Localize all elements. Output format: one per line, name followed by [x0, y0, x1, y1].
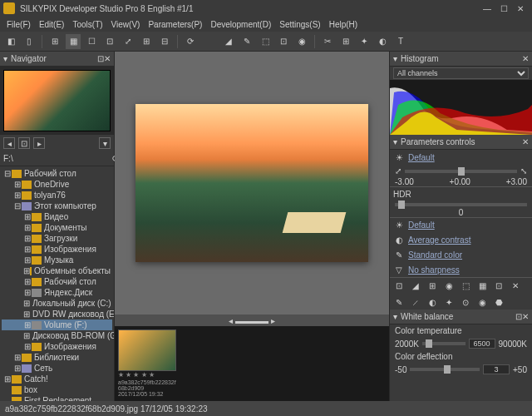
- tree-item[interactable]: ⊞Рабочий стол: [2, 276, 112, 287]
- preview-scrollbar[interactable]: ◂ ▬▬▬▬ ▸: [115, 314, 389, 326]
- panel-close-icon[interactable]: ✕: [104, 54, 111, 63]
- tree-item[interactable]: ⊞Локальный диск (C:): [2, 298, 112, 309]
- panel-close-icon[interactable]: ✕: [522, 137, 529, 146]
- nav-btn[interactable]: ▾: [99, 137, 111, 149]
- tree-item[interactable]: ⊞Изображения: [2, 244, 112, 255]
- close-button[interactable]: ✕: [512, 4, 529, 13]
- default-link[interactable]: Default: [408, 153, 435, 162]
- menu-item[interactable]: Help(H): [326, 18, 361, 31]
- expand-icon[interactable]: ⤡: [520, 166, 527, 176]
- nav-prev-icon[interactable]: ◂: [3, 137, 15, 149]
- collapse-icon[interactable]: ▾: [3, 54, 7, 63]
- tool-icon[interactable]: ⊞: [426, 280, 438, 291]
- hdr-slider[interactable]: [395, 203, 527, 206]
- path-input[interactable]: [3, 154, 109, 163]
- tree-item[interactable]: ⊞Catch!: [2, 374, 112, 384]
- tree-item[interactable]: ⊞Дисковод BD-ROM (G:): [2, 330, 112, 341]
- menu-item[interactable]: View(V): [108, 18, 144, 31]
- menu-item[interactable]: Parameters(P): [145, 18, 205, 31]
- menu-item[interactable]: Tools(T): [69, 18, 106, 31]
- tree-item[interactable]: ⊞Volume (F:): [2, 319, 112, 330]
- tree-item[interactable]: ⊞Библиотеки: [2, 352, 112, 363]
- tree-item[interactable]: ⊞Документы: [2, 222, 112, 233]
- menu-item[interactable]: Edit(E): [36, 18, 68, 31]
- tool-icon[interactable]: ⟋: [410, 296, 421, 308]
- panel-btn[interactable]: ⊡: [515, 312, 522, 321]
- tool-icon[interactable]: ⊡: [393, 280, 405, 291]
- param-link[interactable]: Standard color: [408, 250, 462, 260]
- toolbar-btn[interactable]: ⊡: [276, 34, 291, 49]
- tool-icon[interactable]: ⊙: [460, 296, 471, 308]
- tree-item[interactable]: ⊞Загрузки: [2, 233, 112, 244]
- thumbnail-item[interactable]: ★ ★ ★ ★ ★ a9a382c759fb222832f68b2d909 20…: [118, 329, 176, 398]
- menu-item[interactable]: File(F): [3, 18, 34, 31]
- toolbar-btn[interactable]: ⊞: [139, 34, 154, 49]
- toolbar-btn[interactable]: ✎: [239, 34, 254, 49]
- image-preview[interactable]: [115, 52, 389, 314]
- defl-slider[interactable]: [410, 368, 480, 371]
- toolbar-btn[interactable]: ⊞: [47, 34, 62, 49]
- tool-icon[interactable]: ✕: [510, 280, 521, 291]
- tree-item[interactable]: First Replacement: [2, 395, 112, 401]
- tree-item[interactable]: ⊞Музыка: [2, 255, 112, 265]
- tree-item[interactable]: ⊞Видео: [2, 211, 112, 222]
- toolbar-btn[interactable]: ⬚: [258, 34, 273, 49]
- folder-tree[interactable]: ⊟Рабочий стол⊞OneDrive⊞tolyan76⊟Этот ком…: [0, 166, 114, 401]
- param-link[interactable]: No sharpness: [408, 265, 460, 275]
- toolbar-btn[interactable]: ▯: [22, 34, 37, 49]
- toolbar-btn[interactable]: ⤢: [121, 34, 135, 49]
- temp-slider[interactable]: [422, 342, 466, 345]
- param-link[interactable]: Average contrast: [408, 235, 470, 245]
- toolbar-btn[interactable]: ◧: [3, 34, 18, 49]
- toolbar-btn[interactable]: ⟳: [183, 34, 198, 49]
- tree-item[interactable]: ⊞Сеть: [2, 363, 112, 374]
- toolbar-btn[interactable]: ▦: [66, 34, 81, 49]
- minimize-button[interactable]: —: [479, 4, 495, 13]
- collapse-icon[interactable]: ▾: [393, 312, 397, 321]
- menu-item[interactable]: Development(D): [207, 18, 274, 31]
- tree-item[interactable]: box: [2, 384, 112, 395]
- tree-item[interactable]: ⊞Объемные объекты: [2, 265, 112, 276]
- toolbar-btn[interactable]: ✂: [320, 34, 335, 49]
- defl-input[interactable]: [483, 364, 510, 374]
- tree-item[interactable]: ⊟Этот компьютер: [2, 201, 112, 211]
- tree-item[interactable]: ⊞Яндекс.Диск: [2, 287, 112, 298]
- tool-icon[interactable]: ✦: [443, 296, 455, 308]
- tool-icon[interactable]: ◉: [443, 280, 455, 291]
- collapse-icon[interactable]: ▾: [393, 137, 397, 146]
- collapse-icon[interactable]: ▾: [393, 54, 397, 63]
- temp-input[interactable]: [469, 339, 495, 349]
- toolbar-btn[interactable]: ⊞: [338, 34, 353, 49]
- menu-item[interactable]: Settings(S): [276, 18, 323, 31]
- exposure-slider[interactable]: [405, 170, 517, 173]
- nav-next-icon[interactable]: ▸: [33, 137, 45, 149]
- tree-item[interactable]: ⊟Рабочий стол: [2, 168, 112, 179]
- tool-icon[interactable]: ⊡: [493, 280, 505, 291]
- expand-icon[interactable]: ⤢: [395, 166, 401, 176]
- toolbar-btn[interactable]: ⊡: [102, 34, 117, 49]
- tool-icon[interactable]: ⬚: [460, 280, 471, 291]
- tool-icon[interactable]: ✎: [393, 296, 405, 308]
- tool-icon[interactable]: ◉: [476, 296, 488, 308]
- panel-close-icon[interactable]: ✕: [522, 54, 529, 63]
- nav-btn[interactable]: ⊡: [18, 137, 30, 149]
- toolbar-btn[interactable]: ✦: [357, 34, 372, 49]
- toolbar-btn[interactable]: ☐: [84, 34, 99, 49]
- tool-icon[interactable]: ⬣: [493, 296, 505, 308]
- tree-item[interactable]: ⊞OneDrive: [2, 179, 112, 190]
- toolbar-btn[interactable]: T: [393, 34, 408, 49]
- toolbar-btn[interactable]: ◐: [375, 34, 390, 49]
- tool-icon[interactable]: ◐: [426, 296, 438, 308]
- tool-icon[interactable]: ◢: [410, 280, 421, 291]
- navigator-thumbnail[interactable]: [0, 67, 114, 135]
- toolbar-btn[interactable]: ⊟: [157, 34, 172, 49]
- tool-icon[interactable]: ▦: [476, 280, 488, 291]
- toolbar-btn[interactable]: ◉: [294, 34, 309, 49]
- panel-close-icon[interactable]: ✕: [522, 312, 529, 321]
- tree-item[interactable]: ⊞Изображения: [2, 341, 112, 352]
- param-link[interactable]: Default: [408, 220, 435, 230]
- tree-item[interactable]: ⊞tolyan76: [2, 190, 112, 201]
- channel-select[interactable]: All channels: [393, 67, 529, 79]
- tree-item[interactable]: ⊞DVD RW дисковод (E:): [2, 309, 112, 319]
- toolbar-btn[interactable]: ◢: [221, 34, 236, 49]
